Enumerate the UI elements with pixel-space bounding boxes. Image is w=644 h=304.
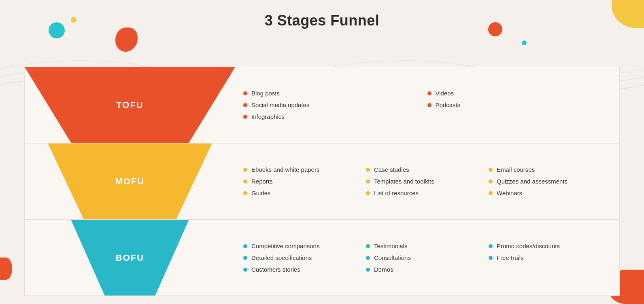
bofu-col-2: Promo codes/discountsFree trails: [489, 243, 611, 273]
list-item: Ebooks and white papers: [243, 166, 366, 173]
funnel-shape-mofu: MOFU: [25, 144, 235, 219]
tofu-col-0: Blog postsSocial media updatesInfographi…: [243, 90, 427, 120]
page-title: 3 Stages Funnel: [0, 12, 644, 29]
tofu-items-area: Blog postsSocial media updatesInfographi…: [235, 67, 619, 143]
bullet-dot-icon: [366, 268, 370, 272]
list-item: Free trails: [489, 254, 611, 261]
list-item: Promo codes/discounts: [489, 243, 611, 249]
mofu-col-2: Email coursesQuizzes and assessmentsWebi…: [489, 166, 611, 196]
list-item-text: Reports: [251, 178, 273, 185]
list-item-text: Demos: [374, 266, 393, 273]
bullet-dot-icon: [366, 168, 370, 172]
list-item-text: Testimonials: [374, 243, 408, 249]
funnel-row-bofu: BOFUCompetitive comparisonsDetailed spec…: [24, 220, 620, 296]
list-item: Podcasts: [427, 101, 612, 108]
bullet-dot-icon: [489, 244, 493, 248]
list-item: Detailed specifications: [243, 254, 366, 261]
list-item-text: Ebooks and white papers: [251, 166, 319, 173]
list-item-text: Free trails: [497, 254, 524, 261]
list-item: Testimonials: [366, 243, 489, 249]
bullet-dot-icon: [489, 168, 493, 172]
bofu-items-area: Competitive comparisonsDetailed specific…: [235, 220, 619, 296]
list-item-text: Promo codes/discounts: [497, 243, 560, 249]
bullet-dot-icon: [243, 103, 247, 107]
bullet-dot-icon: [489, 191, 493, 195]
list-item-text: Email courses: [497, 166, 535, 173]
tofu-label: TOFU: [116, 100, 143, 110]
bullet-dot-icon: [243, 268, 247, 272]
bullet-dot-icon: [427, 103, 431, 107]
list-item-text: Case studies: [374, 166, 409, 173]
list-item: Case studies: [366, 166, 489, 173]
list-item-text: Podcasts: [436, 101, 461, 108]
funnel-row-tofu: TOFUBlog postsSocial media updatesInfogr…: [24, 67, 620, 143]
title-area: 3 Stages Funnel: [0, 0, 644, 29]
list-item: Webinars: [489, 190, 611, 196]
list-item: Competitive comparisons: [243, 243, 366, 249]
mofu-label: MOFU: [115, 176, 145, 187]
mofu-col-1: Case studiesTemplates and toolkitsList o…: [366, 166, 489, 196]
list-item: Consultations: [366, 254, 489, 261]
list-item-text: Competitive comparisons: [251, 243, 319, 249]
bullet-dot-icon: [243, 179, 247, 184]
list-item-text: Social media updates: [251, 101, 309, 108]
list-item-text: Consultations: [374, 254, 411, 261]
list-item-text: Webinars: [497, 190, 522, 196]
list-item: Social media updates: [243, 101, 427, 108]
list-item: Blog posts: [243, 90, 427, 97]
list-item: List of resources: [366, 190, 489, 196]
list-item: Quizzes and assessments: [489, 178, 611, 185]
list-item-text: Infographics: [251, 113, 285, 120]
list-item: Videos: [427, 90, 612, 97]
mofu-items-columns: Ebooks and white papersReportsGuidesCase…: [243, 166, 611, 196]
bullet-dot-icon: [366, 244, 370, 248]
bofu-col-1: TestimonialsConsultationsDemos: [366, 243, 489, 273]
tofu-col-1: VideosPodcasts: [427, 90, 612, 120]
funnel-row-mofu: MOFUEbooks and white papersReportsGuides…: [24, 143, 620, 220]
tofu-items-columns: Blog postsSocial media updatesInfographi…: [243, 90, 611, 120]
list-item-text: Quizzes and assessments: [497, 178, 567, 185]
decorative-blob-orange-left: [115, 27, 138, 52]
list-item-text: Guides: [251, 190, 271, 196]
bullet-dot-icon: [243, 191, 247, 195]
funnel-shape-bofu: BOFU: [25, 220, 235, 296]
list-item: Infographics: [243, 113, 427, 120]
list-item: Demos: [366, 266, 489, 273]
bofu-col-0: Competitive comparisonsDetailed specific…: [243, 243, 366, 273]
list-item: Customers stories: [243, 266, 366, 273]
bullet-dot-icon: [243, 168, 247, 172]
mofu-col-0: Ebooks and white papersReportsGuides: [243, 166, 366, 196]
bullet-dot-icon: [427, 91, 431, 95]
decorative-blob-orange-bottom-left: [0, 258, 12, 280]
list-item: Reports: [243, 178, 366, 185]
bullet-dot-icon: [366, 256, 370, 260]
bullet-dot-icon: [489, 256, 493, 260]
list-item-text: Templates and toolkits: [374, 178, 434, 185]
list-item-text: Detailed specifications: [251, 254, 312, 261]
list-item: Email courses: [489, 166, 611, 173]
bullet-dot-icon: [243, 256, 247, 260]
list-item-text: Blog posts: [251, 90, 280, 97]
bullet-dot-icon: [366, 179, 370, 184]
bullet-dot-icon: [366, 191, 370, 195]
content-area: TOFUBlog postsSocial media updatesInfogr…: [24, 67, 620, 296]
list-item-text: List of resources: [374, 190, 419, 196]
bofu-label: BOFU: [116, 253, 144, 263]
list-item-text: Videos: [436, 90, 454, 97]
list-item-text: Customers stories: [251, 266, 300, 273]
list-item: Templates and toolkits: [366, 178, 489, 185]
bullet-dot-icon: [489, 179, 493, 184]
mofu-items-area: Ebooks and white papersReportsGuidesCase…: [235, 144, 619, 219]
funnel-shape-tofu: TOFU: [25, 67, 235, 143]
list-item: Guides: [243, 190, 366, 196]
bullet-dot-icon: [243, 244, 247, 248]
decorative-dot-teal: [522, 40, 527, 45]
bullet-dot-icon: [243, 91, 247, 95]
bullet-dot-icon: [243, 115, 247, 119]
bofu-items-columns: Competitive comparisonsDetailed specific…: [243, 243, 611, 273]
